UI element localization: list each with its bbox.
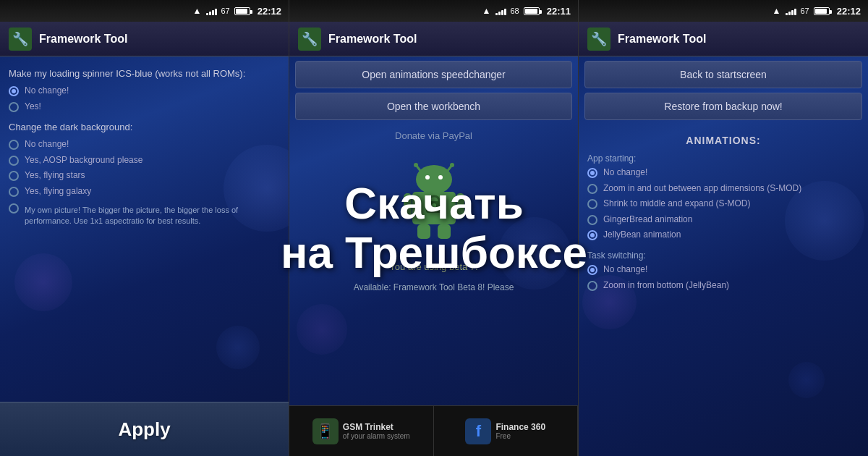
status-bar-3: ▲ 67 22:12 xyxy=(579,0,868,22)
radio-label-bg-1: No change! xyxy=(25,139,69,151)
ad-item-finance[interactable]: f Finance 360 Free xyxy=(434,406,579,456)
signal-bars-1 xyxy=(206,7,217,15)
available-text: Available: Framework Tool Beta 8! Please xyxy=(289,278,578,297)
app-icon-1: 🔧 xyxy=(9,28,32,51)
radio-app-nochange[interactable]: No change! xyxy=(587,165,859,181)
status-bar-2: ▲ 68 22:11 xyxy=(289,0,578,22)
svg-point-5 xyxy=(425,175,430,180)
radio-circle-spinner-1 xyxy=(9,86,19,96)
signal-bars-3 xyxy=(786,7,796,15)
gsm-trinket-icon: 📱 xyxy=(312,418,339,444)
radio-circle-bg-2 xyxy=(9,156,19,166)
finance360-name: Finance 360 xyxy=(495,422,545,432)
svg-rect-8 xyxy=(404,193,412,219)
app-titlebar-2: 🔧 Framework Tool xyxy=(289,22,578,56)
radio-no-change-spinner[interactable]: No change! xyxy=(9,83,280,99)
gsm-trinket-name: GSM Trinket xyxy=(343,422,410,432)
app-starting-label: App starting: xyxy=(587,151,859,165)
back-to-startscreen-button[interactable]: Back to startscreen xyxy=(584,61,862,88)
radio-circle-app-2 xyxy=(587,184,597,194)
radio-yes-spinner[interactable]: Yes! xyxy=(9,99,280,115)
task-switching-label: Task switching: xyxy=(587,248,859,262)
battery-icon-3 xyxy=(814,7,830,15)
panel-2: ▲ 68 22:11 🔧 Framework Tool Open animati… xyxy=(289,0,579,456)
radio-bg-nochange[interactable]: No change! xyxy=(9,137,280,153)
radio-bg-galaxy[interactable]: Yes, flying galaxy xyxy=(9,184,280,200)
battery-icon-2 xyxy=(524,7,540,15)
app-title-2: Framework Tool xyxy=(328,33,417,46)
svg-point-2 xyxy=(414,163,418,167)
radio-app-shrink[interactable]: Shrink to middle and expand (S-MOD) xyxy=(587,196,859,212)
app-titlebar-1: 🔧 Framework Tool xyxy=(0,22,289,56)
ad-bar: 📱 GSM Trinket of your alarm system f Fin… xyxy=(289,405,578,456)
radio-app-zoom[interactable]: Zoom in and out between app dimensions (… xyxy=(587,181,859,197)
radio-bg-aosp[interactable]: Yes, AOSP background please xyxy=(9,153,280,169)
app-title-3: Framework Tool xyxy=(618,33,706,46)
radio-circle-spinner-2 xyxy=(9,102,19,112)
battery-level-2: 68 xyxy=(511,7,519,15)
apply-button[interactable]: Apply xyxy=(0,402,289,456)
radio-app-gingerbread[interactable]: GingerBread animation xyxy=(587,212,859,228)
battery-level-1: 67 xyxy=(221,7,230,15)
app-icon-3: 🔧 xyxy=(587,28,610,51)
radio-circle-app-1 xyxy=(587,168,597,178)
radio-task-nochange[interactable]: No change! xyxy=(587,262,859,278)
restore-from-backup-button[interactable]: Restore from backup now! xyxy=(584,93,862,120)
radio-label-spinner-1: No change! xyxy=(25,85,69,97)
svg-rect-9 xyxy=(456,193,464,219)
radio-label-bg-2: Yes, AOSP background please xyxy=(25,155,142,166)
open-workbench-button[interactable]: Open the workbench xyxy=(295,93,572,120)
android-mascot xyxy=(289,147,578,256)
radio-label-task-1: No change! xyxy=(603,264,647,276)
open-animations-button[interactable]: Open animations speedchanger xyxy=(295,61,572,88)
radio-circle-app-5 xyxy=(587,230,597,240)
donate-link[interactable]: Donate via PayPal xyxy=(289,124,578,147)
radio-label-spinner-2: Yes! xyxy=(25,101,41,113)
radio-circle-task-2 xyxy=(587,281,597,291)
radio-task-jellybean[interactable]: Zoom in from bottom (JellyBean) xyxy=(587,278,859,294)
time-1: 22:12 xyxy=(258,6,281,17)
content-1: Make my loading spinner ICS-blue (works … xyxy=(0,56,289,236)
battery-icon-1 xyxy=(234,7,250,15)
apply-button-label: Apply xyxy=(118,418,170,441)
radio-circle-bg-4 xyxy=(9,187,19,197)
app-title-1: Framework Tool xyxy=(39,33,127,46)
radio-label-app-4: GingerBread animation xyxy=(603,214,692,226)
radio-circle-bg-3 xyxy=(9,171,19,181)
svg-rect-10 xyxy=(417,224,430,239)
app-titlebar-3: 🔧 Framework Tool xyxy=(579,22,868,56)
animations-header: ANIMATIONS: xyxy=(587,127,859,151)
radio-circle-bg-1 xyxy=(9,140,19,150)
wifi-icon-1: ▲ xyxy=(193,6,202,16)
radio-bg-stars[interactable]: Yes, flying stars xyxy=(9,168,280,184)
svg-point-13 xyxy=(432,203,436,208)
radio-circle-task-1 xyxy=(587,265,597,275)
finance360-icon: f xyxy=(465,418,491,444)
radio-bg-own[interactable]: My own picture! The bigger the picture, … xyxy=(9,200,280,229)
section1-label: Make my loading spinner ICS-blue (works … xyxy=(9,68,280,79)
radio-label-bg-3: Yes, flying stars xyxy=(25,170,85,182)
wifi-icon-3: ▲ xyxy=(773,6,781,16)
finance360-sub: Free xyxy=(495,432,545,440)
signal-bars-2 xyxy=(495,7,506,15)
wifi-icon-2: ▲ xyxy=(482,6,491,16)
radio-label-app-5: JellyBean animation xyxy=(603,229,681,241)
section2-label: Change the dark background: xyxy=(9,122,280,132)
svg-point-3 xyxy=(450,163,454,167)
beta-text: You are using beta 7! xyxy=(289,256,578,278)
radio-label-bg-5: My own picture! The bigger the picture, … xyxy=(25,205,280,227)
panel-1: ▲ 67 22:12 🔧 Framework Tool Make my load… xyxy=(0,0,289,456)
radio-circle-bg-5 xyxy=(9,203,19,214)
radio-label-bg-4: Yes, flying galaxy xyxy=(25,186,91,198)
svg-point-4 xyxy=(416,165,452,194)
svg-point-6 xyxy=(438,175,443,180)
animations-content: ANIMATIONS: App starting: No change! Zoo… xyxy=(579,124,868,300)
android-icon xyxy=(401,161,467,241)
radio-label-app-1: No change! xyxy=(603,167,647,179)
radio-label-task-2: Zoom in from bottom (JellyBean) xyxy=(603,280,729,292)
radio-circle-app-3 xyxy=(587,199,597,209)
radio-app-jellybean[interactable]: JellyBean animation xyxy=(587,227,859,243)
status-bar-1: ▲ 67 22:12 xyxy=(0,0,289,22)
panel-3: ▲ 67 22:12 🔧 Framework Tool Back to star… xyxy=(579,0,868,456)
ad-item-gsm[interactable]: 📱 GSM Trinket of your alarm system xyxy=(289,406,434,456)
